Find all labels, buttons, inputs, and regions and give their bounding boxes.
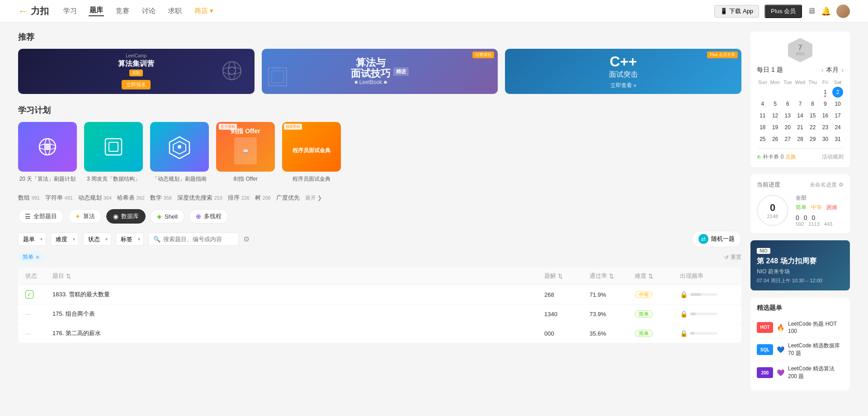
cal-day-19[interactable]: 19 — [770, 122, 781, 133]
logo[interactable]: ← 力扣 — [18, 5, 49, 17]
cal-day-16[interactable]: 16 — [820, 110, 830, 121]
cal-day-30[interactable]: 30 — [820, 134, 830, 145]
nav-shop[interactable]: 商店 ▾ — [193, 7, 214, 15]
banner-camp[interactable]: LeetCamp 算法集训营 首期 立即报名 — [18, 49, 255, 94]
cal-day-10[interactable]: 10 — [832, 98, 843, 109]
curated-item-sql[interactable]: SQL 💙 LeetCode 精选数据库 70 题 — [757, 338, 844, 361]
cpp-btn[interactable]: 立即查看 » — [610, 82, 637, 89]
cal-day-5[interactable]: 5 — [770, 98, 781, 109]
tab-all[interactable]: ☰ 全部题目 — [18, 209, 64, 224]
tab-algo[interactable]: ✦ 算法 — [68, 209, 102, 224]
cal-day-28[interactable]: 28 — [795, 134, 806, 145]
tag-tree[interactable]: 树 206 — [255, 194, 271, 202]
tag-expand-btn[interactable]: 展开 ❯ — [305, 194, 322, 202]
tag-bfs[interactable]: 广度优先 — [276, 194, 300, 202]
banner-book[interactable]: 付费课程 算法与面试技巧 ■ LeetBook ■ 精进 — [262, 49, 498, 94]
plan-dp[interactable]: 「动态规划」刷题指南 — [150, 122, 209, 183]
cal-day-4[interactable]: 4 — [757, 98, 768, 109]
cal-day-11[interactable]: 11 — [757, 110, 768, 121]
tag-string[interactable]: 字符串 491 — [45, 194, 73, 202]
cal-day-14[interactable]: 14 — [795, 110, 806, 121]
plus-button[interactable]: Plus 会员 — [764, 5, 802, 18]
cal-day-31[interactable]: 31 — [832, 134, 843, 145]
cal-day-9[interactable]: 9 — [820, 98, 830, 109]
cal-day-27[interactable]: 27 — [782, 134, 793, 145]
tag-hash[interactable]: 哈希表 362 — [117, 194, 145, 202]
cal-day-25[interactable]: 25 — [757, 134, 768, 145]
sort-solutions-icon: ⇅ — [558, 273, 563, 280]
reset-button[interactable]: ↺ 重置 — [724, 253, 741, 261]
plan-algo[interactable]: 20 天「算法」刷题计划 — [18, 122, 77, 183]
cal-day-26[interactable]: 26 — [770, 134, 781, 145]
cal-day-13[interactable]: 13 — [782, 110, 793, 121]
nav-problems[interactable]: 题库 — [89, 6, 104, 16]
cal-day-2-today[interactable]: 2 — [832, 87, 843, 98]
cal-day-23[interactable]: 23 — [820, 122, 830, 133]
active-tag-close[interactable]: ✕ — [35, 254, 40, 261]
tab-shell[interactable]: ◈ Shell — [150, 209, 184, 224]
tag-array[interactable]: 数组 991 — [18, 194, 40, 202]
header-difficulty[interactable]: 难度 ⇅ — [635, 272, 680, 280]
cal-day-18[interactable]: 18 — [757, 122, 768, 133]
cal-day-1[interactable]: 1 — [820, 87, 830, 98]
cal-day-21[interactable]: 21 — [795, 122, 806, 133]
cal-day-6[interactable]: 6 — [782, 98, 793, 109]
curated-item-hot[interactable]: HOT 🔥 LeetCode 热题 HOT 100 — [757, 317, 844, 338]
coupon-link[interactable]: 兑换 — [785, 154, 796, 160]
screen-icon[interactable]: 🖥 — [807, 6, 816, 16]
bell-icon[interactable]: 🔔 — [821, 6, 831, 16]
cpp-title: C++ — [609, 53, 638, 70]
nav-jobs[interactable]: 求职 — [167, 7, 183, 15]
nav-discuss[interactable]: 讨论 — [141, 7, 156, 15]
cal-day-15[interactable]: 15 — [807, 110, 818, 121]
nav-contest[interactable]: 竞赛 — [115, 7, 130, 15]
cal-day-17[interactable]: 17 — [832, 110, 843, 121]
type-select[interactable]: 题单 — [18, 233, 46, 246]
difficulty-select[interactable]: 难度 — [51, 233, 79, 246]
cal-day-29[interactable]: 29 — [807, 134, 818, 145]
status-select[interactable]: 状态 — [83, 233, 111, 246]
tag-math[interactable]: 数学 358 — [150, 194, 172, 202]
plan-interview[interactable]: 独家授权 程序员面试金典 程序员面试金典 — [282, 122, 341, 183]
cal-day-7[interactable]: 7 — [795, 98, 806, 109]
tag-sort[interactable]: 排序 226 — [228, 194, 250, 202]
random-button[interactable]: ⇄ 随机一题 — [692, 231, 741, 247]
banner-cpp[interactable]: Plus 会员专享 C++ 面试突击 立即查看 » — [505, 49, 741, 94]
study-plans-container: 20 天「算法」刷题计划 3 周攻克「数据结构」 「动态规划」刷题指南 官方授权 — [18, 122, 741, 183]
problem-title-2[interactable]: 176. 第二高的薪水 — [52, 329, 544, 337]
contest-banner[interactable]: NIO 第 248 场力扣周赛 NIO 蔚来专场 07.04 周日上午 10:3… — [750, 240, 850, 290]
user-avatar[interactable] — [836, 5, 850, 18]
active-tag-easy[interactable]: 简单 ✕ — [18, 252, 44, 262]
search-box[interactable]: 🔍 — [148, 233, 239, 246]
cal-day-24[interactable]: 24 — [832, 122, 843, 133]
cal-prev-btn[interactable]: ‹ — [821, 66, 824, 74]
plan-offer[interactable]: 官方授权 剑指 Offer 📖 剑指 Offer — [216, 122, 275, 183]
tab-db[interactable]: ◉ 数据库 — [106, 209, 146, 224]
gear-icon[interactable]: ⚙ — [839, 182, 844, 188]
tag-dp[interactable]: 动态规划 364 — [78, 194, 112, 202]
tab-multithread[interactable]: ⊕ 多线程 — [189, 209, 228, 224]
tag-dfs[interactable]: 深度优先搜索 253 — [177, 194, 222, 202]
cal-next-btn[interactable]: › — [841, 66, 844, 74]
header-rate[interactable]: 通过率 ⇅ — [590, 272, 635, 280]
plan-ds[interactable]: 3 周攻克「数据结构」 — [84, 122, 143, 183]
nav-study[interactable]: 学习 — [62, 7, 78, 15]
cal-day-22[interactable]: 22 — [807, 122, 818, 133]
cal-day-12[interactable]: 12 — [770, 110, 781, 121]
diff-badge-2: 简单 — [635, 330, 653, 337]
cal-day-20[interactable]: 20 — [782, 122, 793, 133]
search-input[interactable] — [163, 236, 234, 243]
tag-select[interactable]: 标签 — [116, 233, 144, 246]
header-title[interactable]: 题目 ⇅ — [52, 272, 544, 280]
problem-title-0[interactable]: 1833. 雪糕的最大数量 — [52, 290, 544, 299]
camp-btn[interactable]: 立即报名 — [122, 80, 151, 89]
rules-link[interactable]: 活动规则 — [822, 153, 844, 161]
download-button[interactable]: 📱 下载 App — [714, 5, 759, 18]
curated-item-200[interactable]: 200 💜 LeetCode 精选算法 200 题 — [757, 361, 844, 384]
cal-day-8[interactable]: 8 — [807, 98, 818, 109]
svg-rect-10 — [105, 139, 122, 155]
curated-200-label: LeetCode 精选算法 200 题 — [788, 365, 844, 380]
header-solutions[interactable]: 题解 ⇅ — [544, 272, 590, 280]
settings-icon[interactable]: ⚙ — [243, 235, 250, 243]
problem-title-1[interactable]: 175. 组合两个表 — [52, 310, 544, 318]
